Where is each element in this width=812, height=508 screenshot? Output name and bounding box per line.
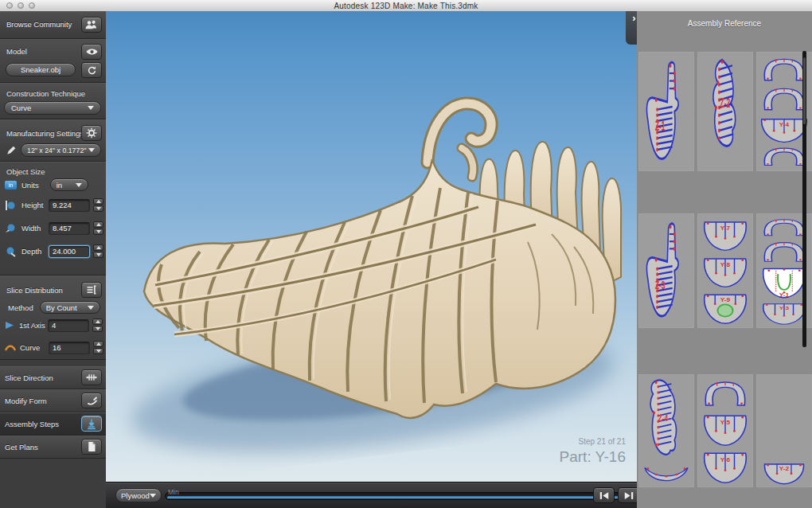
- manufacturing-settings-button[interactable]: [81, 125, 102, 141]
- svg-text:Z-4: Z-4: [658, 413, 669, 424]
- part-thumbnail-blank[interactable]: [759, 377, 810, 459]
- next-step-button[interactable]: [618, 487, 639, 503]
- previous-step-button[interactable]: [593, 487, 615, 503]
- browse-community-row[interactable]: Browse Community: [0, 11, 106, 39]
- depth-label: Depth: [21, 247, 49, 256]
- slider-fill: [167, 496, 640, 498]
- part-thumbnail-smile[interactable]: [641, 463, 692, 485]
- units-dropdown[interactable]: in: [50, 178, 88, 191]
- assembly-part-cell[interactable]: Y-5Y-6: [697, 374, 753, 487]
- height-input[interactable]: [49, 199, 90, 212]
- svg-text:Y-4: Y-4: [779, 121, 790, 127]
- assembly-reference-title: Assembly Reference: [637, 19, 812, 28]
- svg-text:Y-2: Y-2: [779, 466, 790, 473]
- part-thumbnail-bowl-y-7[interactable]: Y-7: [700, 216, 751, 252]
- slice-distribution-button[interactable]: [81, 282, 102, 298]
- manufacturing-settings-section: Manufacturing Settings 12" x 24" x 0.177…: [0, 119, 106, 162]
- assembly-part-cell[interactable]: Z-1: [638, 52, 694, 171]
- step-counter: Step 21 of 21: [560, 437, 626, 446]
- units-icon: in: [5, 181, 17, 190]
- panel-scrollbar[interactable]: [802, 51, 806, 347]
- browse-community-button[interactable]: [81, 17, 102, 33]
- curve-icon: [5, 344, 16, 351]
- curve-stepper[interactable]: [93, 341, 103, 354]
- step-slider[interactable]: Min Max: [165, 492, 642, 500]
- part-thumbnail-profile-comb-z-1[interactable]: Z-1: [641, 54, 692, 169]
- method-row: Method By Count: [0, 301, 115, 314]
- model-label: Model: [6, 47, 27, 56]
- depth-row: Depth: [0, 244, 115, 258]
- svg-text:Y-7: Y-7: [720, 225, 731, 232]
- dropdown-caret-icon: [88, 106, 94, 110]
- close-window-button[interactable]: [6, 2, 13, 9]
- part-thumbnail-tall-comb-z-4[interactable]: Z-4: [641, 377, 692, 463]
- refresh-icon: [87, 65, 97, 76]
- units-row: in Units in: [0, 178, 115, 191]
- panel-footer: [637, 487, 812, 508]
- part-thumbnail-bowl-small-y-2[interactable]: Y-2: [759, 459, 810, 485]
- method-value: By Count: [46, 303, 77, 312]
- part-thumbnail-bowl-y-6[interactable]: Y-6: [700, 447, 751, 485]
- panel-collapse-tab[interactable]: ›: [626, 11, 637, 45]
- model-reload-button[interactable]: [81, 62, 102, 78]
- nav-item-label: Get Plans: [5, 443, 38, 451]
- model-file-button[interactable]: Sneaker.obj: [6, 63, 76, 76]
- people-icon: [84, 20, 99, 29]
- curve-count-input[interactable]: [49, 342, 90, 354]
- assembly-part-cell[interactable]: Y-7Y-8Y-9: [697, 213, 753, 328]
- assembly-part-cell[interactable]: Z-4: [638, 374, 694, 487]
- first-axis-input[interactable]: [48, 319, 89, 332]
- pencil-icon: [6, 145, 17, 155]
- model-visibility-button[interactable]: [81, 44, 102, 60]
- assembly-part-cell[interactable]: Y-2: [756, 374, 812, 487]
- sheet-size-dropdown[interactable]: 12" x 24" x 0.1772": [21, 143, 101, 157]
- assembly-part-cell[interactable]: Z-3: [638, 213, 694, 328]
- depth-stepper[interactable]: [93, 244, 103, 258]
- width-stepper[interactable]: [93, 221, 103, 235]
- method-dropdown[interactable]: By Count: [40, 301, 100, 314]
- scrollbar-thumb[interactable]: [803, 57, 806, 124]
- window-title: Autodesk 123D Make: Make This.3dmk: [334, 2, 478, 10]
- model-section: Model Sneaker.obj: [0, 39, 106, 83]
- part-thumbnail-bowl-hole-y-9[interactable]: Y-9: [700, 288, 751, 326]
- sidebar-nav: Slice DirectionModify FormAssembly Steps…: [0, 366, 106, 459]
- get-plans-icon[interactable]: [81, 439, 102, 455]
- curve-row: Curve: [0, 341, 115, 354]
- part-thumbnail-wavy-comb-z-2[interactable]: Z-2: [700, 54, 751, 169]
- slice-direction-icon[interactable]: [81, 369, 102, 385]
- first-axis-stepper[interactable]: [92, 318, 103, 332]
- eye-icon: [85, 48, 99, 56]
- part-thumbnail-profile-comb-z-3[interactable]: Z-3: [641, 216, 692, 326]
- part-thumbnail-bowl-y-8[interactable]: Y-8: [700, 252, 751, 289]
- method-label: Method: [8, 303, 33, 312]
- dropdown-caret-icon: [76, 183, 82, 187]
- height-stepper[interactable]: [93, 198, 103, 212]
- material-value: Plywood: [121, 491, 150, 500]
- zoom-window-button[interactable]: [29, 2, 35, 9]
- part-thumbnail-bowl-y-5[interactable]: Y-5: [700, 409, 751, 447]
- edit-sheet-button[interactable]: [4, 143, 18, 157]
- modify-form-icon[interactable]: [81, 393, 102, 408]
- width-input[interactable]: [49, 222, 90, 235]
- minimize-window-button[interactable]: [18, 2, 24, 9]
- svg-text:Z-1: Z-1: [655, 119, 666, 133]
- assembly-part-cell[interactable]: Z-2: [697, 52, 753, 171]
- construction-technique-dropdown[interactable]: Curve: [4, 101, 101, 115]
- width-row: Width: [0, 221, 115, 235]
- sneaker-model-3d[interactable]: [106, 11, 637, 482]
- ankle-collar: [427, 104, 491, 177]
- material-dropdown[interactable]: Plywood: [115, 488, 162, 502]
- sidebar-item-modify-form[interactable]: Modify Form: [0, 389, 106, 412]
- assembly-steps-icon[interactable]: [81, 416, 102, 432]
- part-thumbnail-bracket[interactable]: [700, 377, 751, 409]
- svg-text:Y-9: Y-9: [720, 297, 731, 304]
- sidebar-item-assembly-steps[interactable]: Assembly Steps: [0, 412, 106, 436]
- sidebar-item-slice-direction[interactable]: Slice Direction: [0, 366, 106, 389]
- viewport-3d[interactable]: › Step 21 of 21 Part: Y-16: [106, 11, 637, 482]
- nav-item-label: Assembly Steps: [5, 420, 59, 428]
- depth-input[interactable]: [49, 245, 90, 258]
- sheet-size-value: 12" x 24" x 0.1772": [27, 147, 86, 154]
- sidebar-item-get-plans[interactable]: Get Plans: [0, 436, 106, 459]
- slice-distribution-label: Slice Distribution: [6, 286, 63, 295]
- object-size-label: Object Size: [6, 167, 45, 176]
